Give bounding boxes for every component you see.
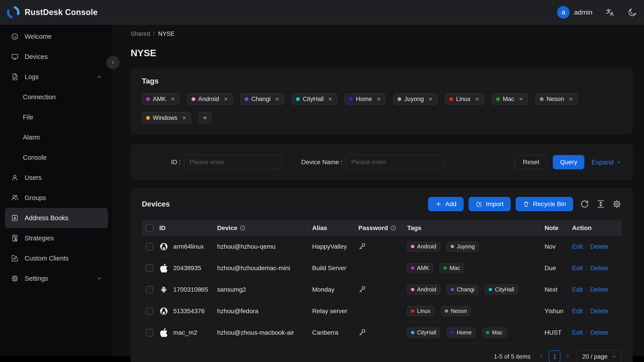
edit-link[interactable]: Edit: [572, 308, 583, 315]
remove-tag-icon[interactable]: [428, 96, 433, 102]
sidebar-item-file[interactable]: File: [5, 107, 108, 127]
action-cell: EditDelete: [568, 258, 622, 279]
sidebar-item-label: Groups: [25, 194, 46, 202]
tag-color-dot: [444, 266, 447, 270]
language-icon[interactable]: [605, 8, 615, 17]
column-header-device[interactable]: Device: [214, 220, 308, 236]
column-header-password[interactable]: Password: [355, 220, 403, 236]
sidebar-item-custom-clients[interactable]: Custom Clients: [5, 248, 108, 268]
tag-chip-home[interactable]: Home: [345, 94, 386, 104]
device-name-input[interactable]: [346, 155, 444, 169]
breadcrumb-parent[interactable]: Shared: [131, 30, 150, 38]
sidebar-item-groups[interactable]: Groups: [5, 188, 108, 208]
page-size-select[interactable]: 20 / page: [577, 350, 622, 362]
sidebar-item-strategies[interactable]: Strategies: [5, 228, 108, 248]
import-button[interactable]: Import: [468, 197, 511, 211]
tag-chip-juyong[interactable]: Juyong: [393, 94, 438, 104]
row-checkbox[interactable]: [146, 264, 153, 272]
tag-chip-neson[interactable]: Neson: [536, 94, 578, 104]
info-icon[interactable]: [390, 225, 396, 231]
android-os-icon: [159, 285, 168, 294]
remove-tag-icon[interactable]: [376, 96, 382, 102]
avatar: a: [557, 6, 570, 18]
delete-link[interactable]: Delete: [590, 308, 608, 315]
edit-link[interactable]: Edit: [572, 329, 583, 336]
reset-button[interactable]: Reset: [514, 155, 548, 169]
tag-chip-mac[interactable]: Mac: [492, 94, 528, 104]
remove-tag-icon[interactable]: [568, 96, 574, 102]
tag-chip-cityhall[interactable]: CityHall: [292, 94, 337, 104]
sidebar-item-connection[interactable]: Connection: [5, 87, 108, 107]
apple-os-icon: [159, 328, 168, 337]
edit-link[interactable]: Edit: [572, 243, 583, 250]
remove-tag-icon[interactable]: [182, 115, 187, 120]
current-page[interactable]: 1: [549, 350, 560, 362]
edit-link[interactable]: Edit: [572, 286, 583, 293]
query-button[interactable]: Query: [553, 155, 584, 169]
checkbox-cell: [142, 258, 157, 279]
remove-tag-icon[interactable]: [223, 96, 228, 102]
id-input[interactable]: [184, 155, 282, 169]
tag-chip-changi[interactable]: Changi: [240, 94, 284, 104]
tag-chip-amk[interactable]: AMK: [142, 94, 180, 104]
delete-link[interactable]: Delete: [590, 329, 608, 336]
tag-chip-linux[interactable]: Linux: [445, 94, 484, 104]
sidebar-item-alarm[interactable]: Alarm: [5, 127, 108, 148]
devices-card: Devices Add Import Recycle Bin: [131, 188, 633, 362]
column-header-tags[interactable]: Tags: [403, 220, 539, 236]
delete-link[interactable]: Delete: [590, 264, 608, 272]
sidebar-item-settings[interactable]: Settings: [5, 268, 108, 288]
sidebar-item-address-books[interactable]: Address Books: [5, 208, 108, 228]
remove-tag-icon[interactable]: [474, 96, 480, 102]
password-key-icon[interactable]: [358, 328, 367, 337]
prev-page-button[interactable]: [537, 352, 546, 361]
delete-link[interactable]: Delete: [590, 286, 608, 293]
sidebar-collapse-button[interactable]: [106, 56, 120, 69]
tag-color-dot: [450, 245, 454, 248]
user-menu[interactable]: a admin: [557, 6, 592, 18]
sidebar-item-label: Welcome: [25, 33, 52, 40]
remove-tag-icon[interactable]: [170, 96, 176, 102]
chevron-right-icon: [565, 354, 571, 360]
recycle-bin-button[interactable]: Recycle Bin: [516, 197, 573, 211]
chevron-left-icon: [110, 60, 116, 65]
edit-link[interactable]: Edit: [572, 264, 583, 272]
column-header-action[interactable]: Action: [568, 220, 622, 236]
add-tag-button[interactable]: [199, 112, 211, 124]
row-checkbox[interactable]: [146, 243, 153, 250]
row-checkbox[interactable]: [146, 307, 153, 315]
sidebar-item-devices[interactable]: Devices: [5, 46, 108, 67]
row-checkbox[interactable]: [146, 286, 153, 294]
device-tag-android: Android: [407, 242, 440, 252]
tag-chip-android[interactable]: Android: [187, 94, 233, 104]
expand-toggle[interactable]: Expand: [592, 158, 622, 166]
select-all-checkbox[interactable]: [146, 224, 153, 232]
row-checkbox[interactable]: [146, 329, 153, 336]
sidebar-item-label: Console: [23, 154, 46, 161]
add-button[interactable]: Add: [428, 197, 464, 211]
theme-toggle-icon[interactable]: [628, 8, 637, 17]
tag-color-dot: [411, 245, 414, 248]
column-header-id[interactable]: ID: [157, 220, 214, 236]
password-key-icon[interactable]: [358, 286, 367, 294]
sidebar-item-console[interactable]: Console: [5, 148, 108, 168]
password-cell: [355, 322, 403, 343]
delete-link[interactable]: Delete: [590, 243, 608, 250]
remove-tag-icon[interactable]: [328, 96, 333, 102]
table-settings-icon[interactable]: [612, 199, 622, 209]
info-icon[interactable]: [240, 225, 246, 231]
next-page-button[interactable]: [564, 352, 572, 361]
row-height-icon[interactable]: [596, 199, 606, 209]
sidebar-item-logs[interactable]: Logs: [5, 67, 108, 87]
sidebar-item-users[interactable]: Users: [5, 168, 108, 188]
column-header-alias[interactable]: Alias: [308, 220, 355, 236]
tag-chip-windows[interactable]: Windows: [142, 112, 191, 124]
tag-color-dot: [411, 266, 414, 270]
sidebar-item-welcome[interactable]: Welcome: [5, 26, 108, 46]
table-header-row: IDDeviceAliasPasswordTagsNoteAction: [142, 220, 622, 236]
refresh-icon[interactable]: [580, 199, 589, 209]
remove-tag-icon[interactable]: [518, 96, 524, 102]
remove-tag-icon[interactable]: [274, 96, 280, 102]
password-key-icon[interactable]: [358, 242, 367, 251]
column-header-note[interactable]: Note: [539, 220, 568, 236]
